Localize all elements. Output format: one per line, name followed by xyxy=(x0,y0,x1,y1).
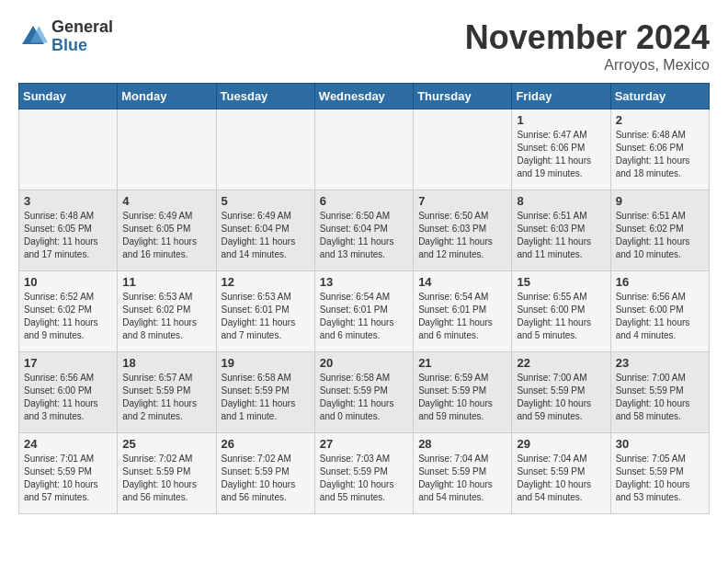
calendar-cell xyxy=(314,109,413,190)
calendar-cell: 4Sunrise: 6:49 AMSunset: 6:05 PMDaylight… xyxy=(118,190,216,271)
day-number: 29 xyxy=(517,437,605,451)
cell-info: Sunrise: 6:56 AMSunset: 6:00 PMDaylight:… xyxy=(616,291,704,342)
location: Arroyos, Mexico xyxy=(465,57,710,74)
day-number: 9 xyxy=(616,194,704,208)
calendar-cell: 6Sunrise: 6:50 AMSunset: 6:04 PMDaylight… xyxy=(314,190,413,271)
day-number: 3 xyxy=(24,194,112,208)
day-number: 5 xyxy=(222,194,310,208)
month-title: November 2024 xyxy=(465,18,710,57)
cell-info: Sunrise: 7:02 AMSunset: 5:59 PMDaylight:… xyxy=(222,453,310,504)
cell-info: Sunrise: 7:01 AMSunset: 5:59 PMDaylight:… xyxy=(24,453,112,504)
cell-info: Sunrise: 6:50 AMSunset: 6:03 PMDaylight:… xyxy=(418,210,506,261)
cell-info: Sunrise: 6:56 AMSunset: 6:00 PMDaylight:… xyxy=(24,372,112,423)
calendar-cell: 20Sunrise: 6:58 AMSunset: 5:59 PMDayligh… xyxy=(314,352,413,433)
calendar-cell: 8Sunrise: 6:51 AMSunset: 6:03 PMDaylight… xyxy=(512,190,610,271)
day-number: 6 xyxy=(320,194,408,208)
week-row-5: 24Sunrise: 7:01 AMSunset: 5:59 PMDayligh… xyxy=(19,433,710,514)
calendar-cell: 30Sunrise: 7:05 AMSunset: 5:59 PMDayligh… xyxy=(610,433,709,514)
cell-info: Sunrise: 6:54 AMSunset: 6:01 PMDaylight:… xyxy=(320,291,408,342)
cell-info: Sunrise: 6:51 AMSunset: 6:03 PMDaylight:… xyxy=(517,210,605,261)
day-number: 30 xyxy=(616,437,704,451)
calendar-body: 1Sunrise: 6:47 AMSunset: 6:06 PMDaylight… xyxy=(19,109,710,514)
calendar-cell: 11Sunrise: 6:53 AMSunset: 6:02 PMDayligh… xyxy=(118,271,216,352)
title-block: November 2024 Arroyos, Mexico xyxy=(465,18,710,74)
day-number: 16 xyxy=(616,275,704,289)
cell-info: Sunrise: 6:52 AMSunset: 6:02 PMDaylight:… xyxy=(24,291,112,342)
cell-info: Sunrise: 6:59 AMSunset: 5:59 PMDaylight:… xyxy=(418,372,506,423)
calendar-cell: 5Sunrise: 6:49 AMSunset: 6:04 PMDaylight… xyxy=(216,190,314,271)
cell-info: Sunrise: 6:58 AMSunset: 5:59 PMDaylight:… xyxy=(222,372,310,423)
cell-info: Sunrise: 6:57 AMSunset: 5:59 PMDaylight:… xyxy=(122,372,210,423)
cell-info: Sunrise: 7:04 AMSunset: 5:59 PMDaylight:… xyxy=(517,453,605,504)
cell-info: Sunrise: 6:58 AMSunset: 5:59 PMDaylight:… xyxy=(320,372,408,423)
calendar-cell: 2Sunrise: 6:48 AMSunset: 6:06 PMDaylight… xyxy=(610,109,709,190)
day-number: 25 xyxy=(122,437,210,451)
cell-info: Sunrise: 6:48 AMSunset: 6:05 PMDaylight:… xyxy=(24,210,112,261)
calendar-cell: 7Sunrise: 6:50 AMSunset: 6:03 PMDaylight… xyxy=(414,190,512,271)
cell-info: Sunrise: 7:00 AMSunset: 5:59 PMDaylight:… xyxy=(616,372,704,423)
day-number: 22 xyxy=(517,356,605,370)
calendar-header-row: SundayMondayTuesdayWednesdayThursdayFrid… xyxy=(19,84,710,109)
header-monday: Monday xyxy=(118,84,216,109)
day-number: 20 xyxy=(320,356,408,370)
logo-text: General Blue xyxy=(51,18,113,55)
cell-info: Sunrise: 7:00 AMSunset: 5:59 PMDaylight:… xyxy=(517,372,605,423)
day-number: 21 xyxy=(418,356,506,370)
calendar-cell: 23Sunrise: 7:00 AMSunset: 5:59 PMDayligh… xyxy=(610,352,709,433)
cell-info: Sunrise: 6:53 AMSunset: 6:01 PMDaylight:… xyxy=(222,291,310,342)
day-number: 8 xyxy=(517,194,605,208)
week-row-1: 1Sunrise: 6:47 AMSunset: 6:06 PMDaylight… xyxy=(19,109,710,190)
header-wednesday: Wednesday xyxy=(314,84,413,109)
cell-info: Sunrise: 7:02 AMSunset: 5:59 PMDaylight:… xyxy=(122,453,210,504)
day-number: 7 xyxy=(418,194,506,208)
calendar-cell: 14Sunrise: 6:54 AMSunset: 6:01 PMDayligh… xyxy=(414,271,512,352)
cell-info: Sunrise: 7:03 AMSunset: 5:59 PMDaylight:… xyxy=(320,453,408,504)
calendar-cell xyxy=(118,109,216,190)
cell-info: Sunrise: 6:51 AMSunset: 6:02 PMDaylight:… xyxy=(616,210,704,261)
day-number: 24 xyxy=(24,437,112,451)
week-row-4: 17Sunrise: 6:56 AMSunset: 6:00 PMDayligh… xyxy=(19,352,710,433)
logo-icon xyxy=(18,22,48,52)
header-friday: Friday xyxy=(512,84,610,109)
calendar-cell: 22Sunrise: 7:00 AMSunset: 5:59 PMDayligh… xyxy=(512,352,610,433)
calendar-cell: 1Sunrise: 6:47 AMSunset: 6:06 PMDaylight… xyxy=(512,109,610,190)
calendar-table: SundayMondayTuesdayWednesdayThursdayFrid… xyxy=(18,83,710,514)
day-number: 15 xyxy=(517,275,605,289)
cell-info: Sunrise: 6:53 AMSunset: 6:02 PMDaylight:… xyxy=(122,291,210,342)
logo-blue: Blue xyxy=(51,37,113,55)
day-number: 1 xyxy=(517,113,605,127)
calendar-cell xyxy=(216,109,314,190)
calendar-cell: 15Sunrise: 6:55 AMSunset: 6:00 PMDayligh… xyxy=(512,271,610,352)
cell-info: Sunrise: 6:49 AMSunset: 6:05 PMDaylight:… xyxy=(122,210,210,261)
day-number: 26 xyxy=(222,437,310,451)
calendar-cell: 17Sunrise: 6:56 AMSunset: 6:00 PMDayligh… xyxy=(19,352,118,433)
calendar-cell: 16Sunrise: 6:56 AMSunset: 6:00 PMDayligh… xyxy=(610,271,709,352)
cell-info: Sunrise: 7:05 AMSunset: 5:59 PMDaylight:… xyxy=(616,453,704,504)
calendar-cell: 24Sunrise: 7:01 AMSunset: 5:59 PMDayligh… xyxy=(19,433,118,514)
cell-info: Sunrise: 6:55 AMSunset: 6:00 PMDaylight:… xyxy=(517,291,605,342)
day-number: 23 xyxy=(616,356,704,370)
header-sunday: Sunday xyxy=(19,84,118,109)
header-thursday: Thursday xyxy=(414,84,512,109)
day-number: 17 xyxy=(24,356,112,370)
calendar-cell: 28Sunrise: 7:04 AMSunset: 5:59 PMDayligh… xyxy=(414,433,512,514)
day-number: 2 xyxy=(616,113,704,127)
day-number: 19 xyxy=(222,356,310,370)
cell-info: Sunrise: 6:50 AMSunset: 6:04 PMDaylight:… xyxy=(320,210,408,261)
calendar-cell: 9Sunrise: 6:51 AMSunset: 6:02 PMDaylight… xyxy=(610,190,709,271)
week-row-2: 3Sunrise: 6:48 AMSunset: 6:05 PMDaylight… xyxy=(19,190,710,271)
calendar-cell: 26Sunrise: 7:02 AMSunset: 5:59 PMDayligh… xyxy=(216,433,314,514)
calendar-cell: 27Sunrise: 7:03 AMSunset: 5:59 PMDayligh… xyxy=(314,433,413,514)
cell-info: Sunrise: 7:04 AMSunset: 5:59 PMDaylight:… xyxy=(418,453,506,504)
cell-info: Sunrise: 6:48 AMSunset: 6:06 PMDaylight:… xyxy=(616,129,704,180)
day-number: 18 xyxy=(122,356,210,370)
header-saturday: Saturday xyxy=(610,84,709,109)
cell-info: Sunrise: 6:49 AMSunset: 6:04 PMDaylight:… xyxy=(222,210,310,261)
calendar-cell: 19Sunrise: 6:58 AMSunset: 5:59 PMDayligh… xyxy=(216,352,314,433)
cell-info: Sunrise: 6:47 AMSunset: 6:06 PMDaylight:… xyxy=(517,129,605,180)
calendar-cell: 13Sunrise: 6:54 AMSunset: 6:01 PMDayligh… xyxy=(314,271,413,352)
week-row-3: 10Sunrise: 6:52 AMSunset: 6:02 PMDayligh… xyxy=(19,271,710,352)
day-number: 11 xyxy=(122,275,210,289)
header-tuesday: Tuesday xyxy=(216,84,314,109)
calendar-cell: 18Sunrise: 6:57 AMSunset: 5:59 PMDayligh… xyxy=(118,352,216,433)
